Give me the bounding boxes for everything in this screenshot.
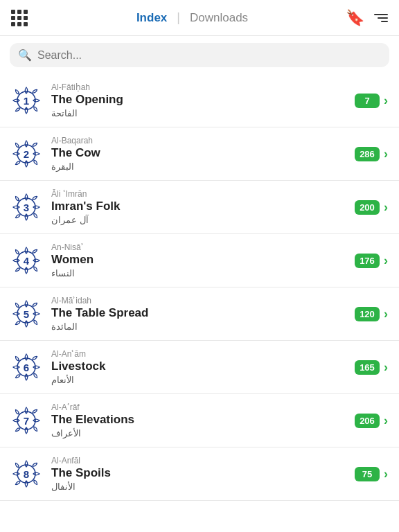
surah-list: 1 Al-Fātiḥah The Opening الفاتحة 7 › 2 A… xyxy=(0,74,399,531)
verse-count-badge: 176 xyxy=(355,254,380,268)
surah-right: 286 › xyxy=(355,147,388,161)
surah-text: Al-Anʿām Livestock الأنعام xyxy=(51,349,355,385)
surah-right: 7 › xyxy=(355,94,388,108)
surah-right: 75 › xyxy=(355,467,388,481)
list-item[interactable]: 1 Al-Fātiḥah The Opening الفاتحة 7 › xyxy=(0,74,399,127)
surah-name-english: Women xyxy=(51,253,355,267)
chevron-right-icon: › xyxy=(384,94,388,108)
header: Index | Downloads 🔖 xyxy=(0,0,399,36)
list-item[interactable]: 8 Al-Anfāl The Spoils الأنفال 75 › xyxy=(0,447,399,501)
surah-name-arabic: النساء xyxy=(51,268,355,278)
list-item[interactable]: 3 Āli ʿImrān Imran's Folk آل عمران 200 › xyxy=(0,181,399,234)
tab-index[interactable]: Index xyxy=(128,8,175,28)
list-item[interactable]: 6 Al-Anʿām Livestock الأنعام 165 › xyxy=(0,341,399,394)
surah-name-arabic: الأعراف xyxy=(51,428,355,438)
surah-text: Al-Fātiḥah The Opening الفاتحة xyxy=(51,82,355,118)
verse-count-badge: 165 xyxy=(355,360,380,375)
verse-count-badge: 7 xyxy=(355,94,380,108)
search-bar[interactable]: 🔍 xyxy=(10,43,389,67)
surah-name-english: The Opening xyxy=(51,93,355,107)
surah-right: 206 › xyxy=(355,414,388,428)
bookmark-icon[interactable]: 🔖 xyxy=(346,9,364,27)
list-item[interactable]: 4 An-Nisāʾ Women النساء 176 › xyxy=(0,234,399,287)
chevron-right-icon: › xyxy=(384,254,388,268)
surah-number-badge: 6 xyxy=(11,352,42,382)
surah-text: Al-Baqarah The Cow البقرة xyxy=(51,136,355,172)
surah-name-arabic: البقرة xyxy=(51,161,355,172)
surah-right: 176 › xyxy=(355,254,388,268)
filter-icon[interactable] xyxy=(374,14,388,22)
surah-number: 7 xyxy=(24,415,29,427)
verse-count-badge: 200 xyxy=(355,200,380,215)
grid-menu-button[interactable] xyxy=(11,10,39,26)
list-item[interactable]: 7 Al-Aʿrāf The Elevations الأعراف 206 › xyxy=(0,394,399,447)
verse-count-badge: 75 xyxy=(355,467,380,481)
surah-transliteration: Al-Fātiḥah xyxy=(51,82,355,92)
chevron-right-icon: › xyxy=(384,147,388,161)
surah-name-arabic: الفاتحة xyxy=(51,108,355,118)
header-actions: 🔖 xyxy=(346,9,388,27)
surah-text: Āli ʿImrān Imran's Folk آل عمران xyxy=(51,189,355,225)
surah-transliteration: Al-Anʿām xyxy=(51,349,355,359)
search-container: 🔍 xyxy=(0,36,399,74)
surah-right: 120 › xyxy=(355,307,388,321)
chevron-right-icon: › xyxy=(384,360,388,375)
surah-transliteration: Al-Baqarah xyxy=(51,136,355,145)
verse-count-badge: 286 xyxy=(355,147,380,161)
surah-number-badge: 3 xyxy=(11,192,42,222)
surah-name-english: Imran's Folk xyxy=(51,200,355,213)
surah-number: 1 xyxy=(24,95,29,107)
nav-divider: | xyxy=(177,10,180,25)
surah-right: 165 › xyxy=(355,360,388,375)
surah-transliteration: Al-Anfāl xyxy=(51,456,355,466)
surah-number-badge: 1 xyxy=(11,85,42,116)
tab-downloads[interactable]: Downloads xyxy=(181,8,256,28)
surah-number-badge: 5 xyxy=(11,299,42,329)
surah-name-english: Livestock xyxy=(51,360,355,373)
list-item[interactable]: 5 Al-Māʾidah The Table Spread المائدة 12… xyxy=(0,287,399,341)
chevron-right-icon: › xyxy=(384,200,388,215)
surah-number: 4 xyxy=(24,255,29,267)
surah-number-badge: 7 xyxy=(11,405,42,436)
surah-text: An-Nisāʾ Women النساء xyxy=(51,242,355,278)
surah-text: Al-Anfāl The Spoils الأنفال xyxy=(51,456,355,492)
verse-count-badge: 120 xyxy=(355,307,380,321)
surah-transliteration: An-Nisāʾ xyxy=(51,242,355,252)
surah-number-badge: 2 xyxy=(11,139,42,169)
surah-number-badge: 4 xyxy=(11,245,42,276)
surah-name-english: The Cow xyxy=(51,146,355,160)
surah-number: 2 xyxy=(24,148,29,160)
surah-name-arabic: المائدة xyxy=(51,321,355,332)
surah-text: Al-Aʿrāf The Elevations الأعراف xyxy=(51,402,355,438)
surah-text: Al-Māʾidah The Table Spread المائدة xyxy=(51,296,355,332)
nav-tabs: Index | Downloads xyxy=(128,8,256,28)
list-item[interactable]: 2 Al-Baqarah The Cow البقرة 286 › xyxy=(0,127,399,181)
verse-count-badge: 206 xyxy=(355,414,380,428)
surah-transliteration: Al-Māʾidah xyxy=(51,296,355,305)
surah-number: 8 xyxy=(24,468,29,480)
surah-number: 6 xyxy=(24,362,29,373)
surah-name-english: The Elevations xyxy=(51,413,355,427)
surah-number: 3 xyxy=(24,202,29,213)
chevron-right-icon: › xyxy=(384,414,388,428)
search-input[interactable] xyxy=(37,49,381,62)
surah-transliteration: Al-Aʿrāf xyxy=(51,402,355,412)
surah-name-english: The Spoils xyxy=(51,466,355,480)
surah-transliteration: Āli ʿImrān xyxy=(51,189,355,199)
surah-right: 200 › xyxy=(355,200,388,215)
search-icon: 🔍 xyxy=(18,48,32,62)
surah-name-arabic: الأنفال xyxy=(51,481,355,492)
surah-number: 5 xyxy=(24,308,29,320)
surah-name-english: The Table Spread xyxy=(51,306,355,320)
surah-number-badge: 8 xyxy=(11,459,42,489)
chevron-right-icon: › xyxy=(384,467,388,481)
surah-name-arabic: آل عمران xyxy=(51,215,355,225)
chevron-right-icon: › xyxy=(384,307,388,321)
surah-name-arabic: الأنعام xyxy=(51,375,355,385)
